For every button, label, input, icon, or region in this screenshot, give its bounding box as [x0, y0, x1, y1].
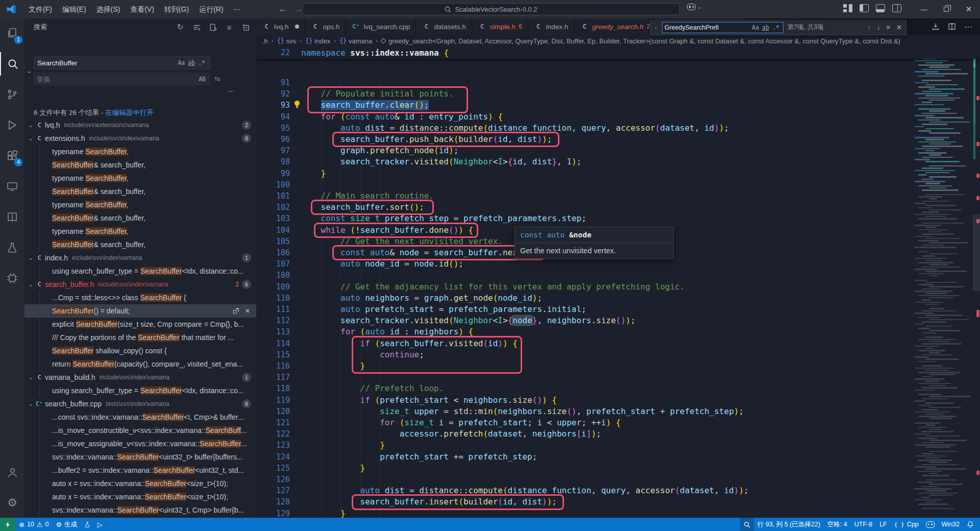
search-match-row[interactable]: explicit SearchBuffer(size_t size, Cmp c… [24, 318, 256, 331]
code-line[interactable]: 93 search_buffer.clear(); [256, 100, 980, 111]
search-match-row[interactable]: auto x = svs::index::vamana::SearchBuffe… [24, 490, 256, 503]
activity-docs[interactable] [0, 205, 24, 229]
menu-item-4[interactable]: 转到(G) [159, 3, 194, 16]
code-line[interactable]: 128 search_buffer.insert(builder(id, dis… [256, 496, 980, 508]
history-forward-icon[interactable]: → [295, 4, 303, 14]
code-line[interactable]: 122 accessor.prefetch(dataset, neighbors… [256, 428, 980, 440]
menu-item-0[interactable]: 文件(F) [23, 3, 57, 16]
find-previous-icon[interactable]: ↑ [867, 23, 872, 31]
code-line[interactable]: 115 continue; [256, 349, 980, 360]
search-match-row[interactable]: using search_buffer_type = SearchBuffer<… [24, 384, 256, 397]
search-match-row[interactable]: SearchBuffer& search_buffer, [24, 185, 256, 198]
indentation[interactable]: 空格: 4 [824, 518, 851, 531]
menu-more-button[interactable]: ⋯ [229, 3, 246, 16]
find-in-selection-icon[interactable]: ≡ [886, 23, 892, 31]
find-match-case-toggle[interactable]: Aa [750, 23, 761, 32]
search-match-row[interactable]: return SearchBuffer{capacity(), compare_… [24, 357, 256, 371]
search-match-row[interactable]: SearchBuffer() = default;✕ [24, 304, 256, 318]
editor-more-actions-icon[interactable]: ⋯ [964, 22, 973, 32]
activity-explorer[interactable]: 1 [0, 21, 24, 45]
code-line[interactable]: 94 for (const auto& id : entry_points) { [256, 111, 980, 123]
code-line[interactable]: 121 for (size_t i = prefetch_start; i < … [256, 417, 980, 428]
search-match-row[interactable]: /// Copy the portions of the SearchBuffe… [24, 331, 256, 344]
search-match-row[interactable]: using search_buffer_type = SearchBuffer<… [24, 264, 256, 278]
view-as-list-icon[interactable]: ≡ [224, 21, 235, 33]
code-line[interactable]: 103 const size_t prefetch_step = prefetc… [256, 213, 980, 224]
code-line[interactable]: 112 search_tracker.visited(Neighbor<I>{n… [256, 315, 980, 326]
tree-file-vamana_build.h[interactable]: ⌄Cvamana_build.hinclude\svs\index\vamana… [24, 371, 256, 384]
code-line[interactable]: 110 auto neighbors = graph.get_node(node… [256, 293, 980, 304]
command-center-search[interactable]: ScalableVectorSearch-0.0.2 [302, 3, 680, 15]
search-match-row[interactable]: SearchBuffer& search_buffer, [24, 238, 256, 251]
tab-lvq.h[interactable]: Clvq.h [256, 18, 305, 35]
code-line[interactable]: 96 search_buffer.push_back(builder(id, d… [256, 134, 980, 145]
build-button[interactable]: ⚙ 生成 [52, 518, 81, 531]
activity-run-debug[interactable] [0, 113, 24, 137]
encoding[interactable]: UTF-8 [851, 518, 876, 531]
activity-remote-explorer[interactable] [0, 175, 24, 198]
toggle-panel-icon[interactable] [876, 4, 885, 12]
sticky-scroll-line[interactable]: 22namespace svs::index::vamana { [256, 47, 980, 59]
refresh-icon[interactable]: ↻ [175, 21, 186, 33]
regex-toggle[interactable]: .* [197, 58, 207, 67]
tab-index.h[interactable]: Cindex.h [528, 18, 575, 35]
find-input[interactable] [665, 24, 750, 31]
activity-testing[interactable] [0, 236, 24, 259]
search-input[interactable] [37, 59, 176, 67]
toggle-primary-sidebar-icon[interactable] [860, 4, 869, 12]
open-in-editor-link[interactable]: 在编辑器中打开 [105, 109, 154, 116]
eol-sequence[interactable]: LF [876, 518, 891, 531]
replace-icon[interactable] [233, 307, 240, 315]
search-match-row[interactable]: typename SearchBuffer, [24, 145, 256, 158]
code-line[interactable]: 98 search_tracker.visited(Neighbor<I>{id… [256, 156, 980, 167]
toggle-secondary-sidebar-icon[interactable] [892, 4, 901, 12]
search-status-button[interactable] [740, 518, 754, 531]
notifications-button[interactable] [963, 518, 980, 531]
tab-lvq_search.cpp[interactable]: C⁺lvq_search.cpp [346, 18, 416, 35]
run-code-icon[interactable] [932, 22, 940, 31]
restore-button[interactable] [935, 0, 958, 18]
search-match-row[interactable]: SearchBuffer shallow_copy() const { [24, 344, 256, 357]
code-line[interactable]: 108 [256, 270, 980, 281]
code-line[interactable]: 109 // Get the adjacency list for this v… [256, 281, 980, 293]
code-line[interactable]: 95 auto dist = distance::compute(distanc… [256, 123, 980, 134]
activity-tools[interactable] [0, 267, 24, 290]
run-button[interactable]: ▷ [94, 518, 106, 531]
tab-ops.h[interactable]: Cops.h [305, 18, 346, 35]
cursor-position[interactable]: 行 93, 列 5 (已选择22) [754, 518, 824, 531]
tree-file-search_buffer.h[interactable]: ⌄Csearch_buffer.hinclude\svs\index\vaman… [24, 278, 256, 291]
code-line[interactable]: 129 } [256, 508, 980, 518]
whole-word-toggle[interactable]: ab [186, 58, 197, 67]
tree-file-index.h[interactable]: ⌄Cindex.hinclude\svs\index\vamana1 [24, 251, 256, 264]
search-match-row[interactable]: typename SearchBuffer, [24, 225, 256, 238]
code-line[interactable]: 124 prefetch_start += prefetch_step; [256, 451, 980, 463]
search-match-row[interactable]: ...is_move_constructible_v<svs::index::v… [24, 424, 256, 437]
code-line[interactable]: 120 size_t upper = std::min(neighbors.si… [256, 406, 980, 417]
code-line[interactable]: 126 [256, 474, 980, 485]
debug-target-button[interactable] [81, 518, 94, 531]
new-search-editor-icon[interactable] [207, 21, 218, 33]
search-match-row[interactable]: ...is_move_assignable_v<svs::index::vama… [24, 437, 256, 450]
search-match-row[interactable]: SearchBuffer& search_buffer, [24, 158, 256, 172]
search-match-row[interactable]: typename SearchBuffer, [24, 198, 256, 211]
code-line[interactable]: 111 auto prefetch_start = prefetch_param… [256, 304, 980, 315]
search-match-row[interactable]: auto x = svs::index::vamana::SearchBuffe… [24, 477, 256, 490]
code-line[interactable]: 125 } [256, 463, 980, 474]
menu-item-5[interactable]: 运行(R) [194, 3, 228, 16]
code-line[interactable]: 117 [256, 372, 980, 383]
code-line[interactable]: 99 } [256, 168, 980, 179]
activity-extensions[interactable]: 4 [0, 144, 24, 167]
search-match-row[interactable]: ...const svs::index::vamana::SearchBuffe… [24, 411, 256, 424]
customize-layout-icon[interactable] [843, 4, 852, 12]
search-match-row[interactable]: svs::index::vamana::SearchBuffer<uint32_… [24, 503, 256, 517]
code-line[interactable]: 113 for (auto id : neighbors) { [256, 326, 980, 337]
toggle-replace-chevron[interactable]: ⌄ [26, 67, 33, 75]
dismiss-icon[interactable]: ✕ [245, 307, 250, 315]
find-next-icon[interactable]: ↓ [876, 23, 881, 31]
code-line[interactable]: 100 [256, 179, 980, 190]
remote-indicator[interactable] [0, 518, 15, 531]
account-button[interactable] [0, 461, 24, 484]
replace-all-button[interactable]: ⇆ [214, 75, 220, 83]
minimize-button[interactable]: — [913, 0, 935, 18]
code-line[interactable]: 116 } [256, 360, 980, 372]
